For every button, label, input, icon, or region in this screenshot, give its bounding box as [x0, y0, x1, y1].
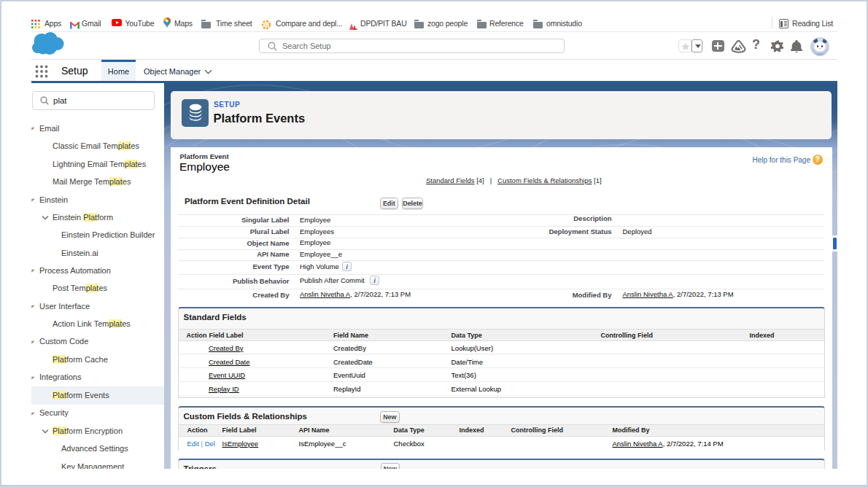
svg-text:G: G — [265, 23, 268, 27]
